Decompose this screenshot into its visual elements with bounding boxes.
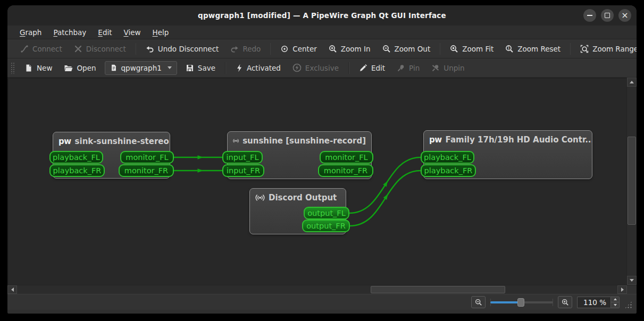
port-sink-sunshine-stereo-monitor_FL[interactable]: monitor_FL: [120, 151, 174, 164]
menubar: Graph Patchbay Edit View Help: [7, 26, 637, 39]
scroll-up-button[interactable]: [627, 78, 637, 87]
zoom-value[interactable]: 110 %: [577, 297, 610, 308]
arrow-down-icon: [630, 279, 634, 282]
activated-button[interactable]: Activated: [230, 61, 286, 75]
port-discord-output-output_FL[interactable]: output_FL: [304, 207, 349, 219]
app-window: qpwgraph1 [modified] — A PipeWire Graph …: [7, 5, 637, 314]
open-button[interactable]: Open: [58, 61, 101, 75]
connect-icon: [20, 45, 29, 53]
vertical-scrollbar[interactable]: [626, 78, 637, 285]
port-sunshine-monitor_FL[interactable]: monitor_FL: [320, 151, 373, 164]
titlebar[interactable]: qpwgraph1 [modified] — A PipeWire Graph …: [7, 5, 637, 26]
patchbay-selector-value: qpwgraph1: [121, 64, 162, 72]
save-button[interactable]: Save: [180, 61, 221, 75]
disconnect-button[interactable]: Disconnect: [69, 42, 131, 56]
chevron-down-icon: [168, 66, 172, 69]
undo-icon: [146, 45, 154, 53]
scroll-right-button[interactable]: [617, 285, 627, 294]
port-sink-sunshine-stereo-monitor_FR[interactable]: monitor_FR: [119, 164, 174, 177]
zoom-in-icon: [562, 299, 569, 306]
zoom-slider-fill: [490, 301, 520, 303]
port-sunshine-input_FR[interactable]: input_FR: [222, 164, 264, 177]
zoom-reset-icon: 1: [505, 45, 514, 53]
arrow-up-icon: [614, 298, 617, 300]
close-button[interactable]: ×: [618, 9, 631, 22]
save-icon: [186, 64, 194, 72]
arrow-up-icon: [630, 81, 634, 83]
open-folder-icon: [64, 64, 73, 72]
horizontal-scroll-track[interactable]: [17, 285, 617, 294]
minimize-button[interactable]: [583, 9, 596, 22]
zoom-out-button[interactable]: Zoom Out: [377, 42, 436, 56]
center-button[interactable]: Center: [275, 42, 322, 56]
zoom-in-icon: [329, 45, 337, 53]
menu-edit[interactable]: Edit: [93, 27, 116, 38]
spin-down-button[interactable]: [611, 302, 619, 308]
pin-icon: [397, 64, 405, 72]
scroll-left-button[interactable]: [7, 285, 17, 294]
pencil-icon: [359, 64, 367, 72]
pin-button[interactable]: Pin: [391, 61, 425, 75]
port-discord-output-output_FR[interactable]: output_FR: [302, 219, 350, 232]
redo-button[interactable]: Redo: [225, 42, 266, 56]
toolbar-main: Connect Disconnect Undo Disconnect Redo …: [7, 39, 637, 58]
wire-layer: [9, 79, 626, 285]
menu-view[interactable]: View: [119, 27, 146, 38]
undo-button[interactable]: Undo Disconnect: [140, 42, 224, 56]
toolbar-separator: [570, 43, 571, 55]
graph-canvas[interactable]: pwsink-sunshine-stereosunshine [sunshine…: [7, 78, 626, 285]
toolbar-patchbay: New Open qpwgraph1 Save Activated Exclus…: [7, 58, 637, 78]
scrollbar-corner: [627, 285, 637, 294]
zoom-spinbox[interactable]: 110 %: [577, 297, 620, 308]
statusbar-zoom-out-button[interactable]: [471, 296, 486, 308]
port-sink-sunshine-stereo-playback_FR[interactable]: playback_FR: [49, 164, 105, 177]
toolbar-separator: [136, 43, 136, 55]
statusbar: 110 %: [7, 294, 637, 310]
connect-button[interactable]: Connect: [15, 42, 68, 56]
zoom-out-icon: [382, 45, 391, 53]
spin-buttons: [610, 297, 620, 308]
unpin-button[interactable]: Unpin: [426, 61, 470, 75]
zoom-slider[interactable]: [490, 297, 553, 308]
exclusive-button[interactable]: Exclusive: [287, 61, 344, 75]
edit-button[interactable]: Edit: [354, 61, 390, 75]
port-sunshine-monitor_FR[interactable]: monitor_FR: [318, 164, 373, 177]
zoom-out-icon: [475, 299, 482, 306]
toolbar-separator: [270, 43, 271, 55]
horizontal-scroll-handle[interactable]: [371, 286, 505, 293]
vertical-scroll-track[interactable]: [627, 87, 637, 276]
lightning-icon: [236, 64, 243, 72]
menu-help[interactable]: Help: [148, 27, 174, 38]
toolbar-separator: [348, 62, 349, 74]
port-sink-sunshine-stereo-playback_FL[interactable]: playback_FL: [49, 151, 103, 164]
port-family-hd-audio-playback_FL[interactable]: playback_FL: [421, 151, 474, 164]
menu-patchbay[interactable]: Patchbay: [48, 27, 91, 38]
wire-arrow-icon: [198, 168, 204, 173]
circled-lightning-icon: [292, 63, 302, 72]
spin-up-button[interactable]: [611, 297, 619, 303]
zoom-range-button[interactable]: Zoom Range: [575, 42, 637, 56]
window-controls: ×: [583, 9, 631, 22]
horizontal-scrollbar[interactable]: [7, 285, 637, 294]
port-family-hd-audio-playback_FR[interactable]: playback_FR: [421, 164, 476, 177]
menu-graph[interactable]: Graph: [15, 27, 46, 38]
arrow-left-icon: [11, 288, 14, 292]
scroll-down-button[interactable]: [627, 276, 637, 285]
vertical-scroll-handle[interactable]: [628, 137, 636, 225]
zoom-fit-button[interactable]: Zoom Fit: [445, 42, 499, 56]
zoom-in-button[interactable]: Zoom In: [323, 42, 376, 56]
minimize-icon: [587, 15, 592, 16]
maximize-button[interactable]: [601, 9, 614, 22]
arrow-right-icon: [621, 288, 624, 292]
statusbar-zoom-in-button[interactable]: [558, 296, 572, 308]
zoom-slider-handle[interactable]: [517, 298, 524, 307]
toolbar-drag-handle[interactable]: [11, 62, 15, 74]
center-icon: [280, 45, 289, 53]
resize-grip-icon[interactable]: [624, 301, 632, 309]
patchbay-selector[interactable]: qpwgraph1: [105, 61, 177, 75]
new-button[interactable]: New: [19, 61, 57, 75]
disconnect-icon: [74, 45, 82, 53]
port-sunshine-input_FL[interactable]: input_FL: [222, 151, 263, 164]
patchbay-file-icon: [110, 64, 118, 72]
zoom-reset-button[interactable]: 1 Zoom Reset: [500, 42, 566, 56]
